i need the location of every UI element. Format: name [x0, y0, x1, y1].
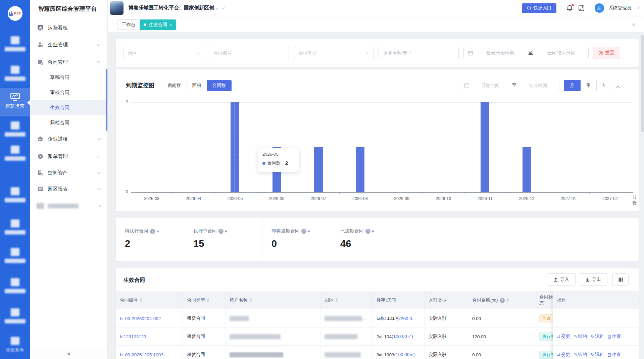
contract-no-link[interactable]: ht123123123	[120, 334, 146, 339]
contract-no-input[interactable]	[209, 47, 289, 59]
bar-2026-05[interactable]	[231, 102, 239, 192]
export-button[interactable]: 导出	[579, 273, 607, 286]
sort-icon[interactable]	[335, 298, 338, 302]
tenant-name-field[interactable]	[379, 47, 459, 59]
op-change[interactable]: ⇄变更	[557, 352, 570, 358]
sidebar-subitem-draft-contract[interactable]: 草稿合同	[30, 70, 108, 85]
tab-workbench[interactable]: 工作台	[117, 19, 140, 30]
sidebar-item-enterprise-mgmt[interactable]: 企业管理	[30, 37, 108, 52]
sidebar-subitem-review-contract[interactable]: 审核合同	[30, 85, 108, 100]
rail-item-redacted[interactable]	[0, 36, 30, 51]
rail-item-redacted[interactable]	[0, 278, 30, 293]
table-title: 生效合同	[123, 277, 145, 284]
help-icon[interactable]: ?	[301, 229, 306, 234]
period-tab-month[interactable]: 月	[564, 80, 581, 91]
goto-arrow-icon[interactable]: ▶	[157, 229, 159, 233]
rail-item-info-publish[interactable]: 信息发布	[0, 337, 30, 353]
op-void[interactable]: ▤作废	[607, 334, 621, 340]
rail-item-redacted[interactable]	[0, 66, 30, 81]
contract-no-link[interactable]: ht-00-20251205-1003	[120, 352, 163, 357]
quick-entry-button[interactable]: 快捷入口	[522, 3, 556, 13]
help-icon[interactable]: ?	[218, 229, 224, 234]
col-contract-type[interactable]: 合同类型	[183, 291, 226, 309]
sort-icon[interactable]	[140, 298, 142, 302]
rail-item-redacted[interactable]	[0, 248, 30, 263]
sidebar-collapse-button[interactable]: «	[30, 348, 107, 359]
chevron-down-icon[interactable]	[221, 6, 225, 9]
contract-type-input[interactable]	[294, 47, 374, 59]
col-park[interactable]: 园区	[320, 291, 373, 309]
panel-close-icon[interactable]: ×	[632, 21, 635, 28]
sort-icon[interactable]	[207, 298, 209, 302]
tab-effective-contract[interactable]: 生效合同 ×	[140, 19, 176, 30]
period-tab-quarter[interactable]: 季	[581, 80, 597, 91]
contract-no-field[interactable]	[209, 47, 289, 59]
rail-item-redacted[interactable]	[0, 146, 30, 161]
chart-date-range[interactable]: 开始时间 至 结束时间	[460, 80, 559, 91]
help-icon[interactable]: ?	[500, 298, 505, 303]
op-terminate[interactable]: ↻退租	[591, 352, 604, 358]
rail-item-redacted[interactable]	[0, 121, 30, 137]
metric-tab-rooms[interactable]: 房间数	[162, 80, 187, 91]
park-select-input[interactable]	[123, 47, 204, 59]
range-start-placeholder[interactable]: 开始时间	[469, 83, 511, 89]
op-renew[interactable]: ✎续约	[574, 352, 587, 358]
date-end-placeholder[interactable]: 合同结束日期	[535, 50, 589, 56]
date-start-placeholder[interactable]: 合同开始日期	[473, 50, 527, 56]
op-change[interactable]: ⇄变更	[557, 334, 570, 340]
bar-2026-07[interactable]	[314, 147, 323, 192]
help-icon[interactable]: ?	[150, 229, 155, 234]
notification-bell-button[interactable]	[566, 5, 573, 12]
op-terminate[interactable]: ↻退租	[591, 334, 604, 340]
tab-close-icon[interactable]: ×	[170, 22, 172, 27]
brand-logo[interactable]: 数之联	[8, 6, 22, 21]
range-end-placeholder[interactable]: 结束时间	[517, 83, 559, 89]
reset-button[interactable]: 重置	[593, 47, 620, 59]
sidebar-item-space-assets[interactable]: 空间资产	[30, 165, 108, 180]
metric-tab-contracts[interactable]: 合同数	[207, 80, 232, 91]
col-contract-no[interactable]: 合同编号	[116, 291, 183, 309]
chart-collapse-button[interactable]	[617, 84, 620, 90]
goto-arrow-icon[interactable]: ▶	[372, 229, 375, 233]
bar-2026-08[interactable]	[356, 147, 364, 192]
col-amount[interactable]: 合同金额(元)?	[468, 291, 535, 309]
sidebar-item-enterprise-exit[interactable]: 企业退租	[30, 132, 108, 146]
user-avatar[interactable]: 系	[595, 3, 604, 13]
sidebar-item-redacted[interactable]	[30, 199, 108, 213]
sidebar-subitem-effective-contract[interactable]: 生效合同	[30, 100, 108, 115]
op-void[interactable]: ▤作废	[607, 352, 621, 358]
sort-icon[interactable]	[506, 298, 509, 302]
column-settings-button[interactable]	[612, 273, 629, 286]
bar-2026-12[interactable]	[523, 147, 531, 192]
bar-2026-11[interactable]	[481, 102, 489, 192]
user-name[interactable]: 系统管理员	[609, 5, 632, 11]
goto-arrow-icon[interactable]: ▶	[225, 229, 228, 233]
project-selector[interactable]: 博鳌乐城医工转化平台、国家创新区创...	[129, 5, 218, 11]
sidebar-subitem-archived-contract[interactable]: 归档合同	[30, 115, 108, 130]
park-select[interactable]	[123, 47, 204, 59]
sidebar-item-park-report[interactable]: 园区报表	[30, 182, 108, 196]
help-icon[interactable]: ?	[365, 229, 370, 234]
chevron-down-icon[interactable]	[636, 6, 640, 9]
period-tab-year[interactable]: 年	[597, 80, 613, 91]
sidebar-item-bill-mgmt[interactable]: ¥ 账单管理	[30, 149, 108, 164]
sidebar-item-contract-mgmt[interactable]: 合同管理	[30, 55, 108, 69]
contract-no-link[interactable]: ht-00-20260204-002	[120, 316, 161, 321]
sidebar-item-operation-board[interactable]: 运营看板	[30, 20, 108, 35]
rail-item-redacted[interactable]	[0, 308, 30, 323]
goto-arrow-icon[interactable]: ▶	[308, 229, 310, 233]
tenant-name-input[interactable]	[379, 47, 458, 59]
metric-tab-area[interactable]: 面积	[187, 80, 207, 91]
fullscreen-button[interactable]	[578, 5, 585, 12]
page-scrollbar-thumb[interactable]	[641, 35, 644, 132]
rail-item-redacted[interactable]	[0, 219, 30, 235]
contract-date-range[interactable]: 合同开始日期 至 合同结束日期	[463, 47, 589, 59]
col-tenant[interactable]: 租户名称	[226, 291, 320, 309]
import-button[interactable]: 导入	[547, 273, 576, 286]
rail-item-redacted[interactable]	[0, 187, 30, 202]
project-thumbnail[interactable]	[110, 1, 123, 15]
sort-icon[interactable]	[249, 298, 252, 302]
op-renew[interactable]: ✎续约	[574, 334, 587, 340]
contract-type-select[interactable]	[294, 47, 374, 59]
rail-item-smart-operation[interactable]: 智慧运营	[0, 88, 30, 116]
